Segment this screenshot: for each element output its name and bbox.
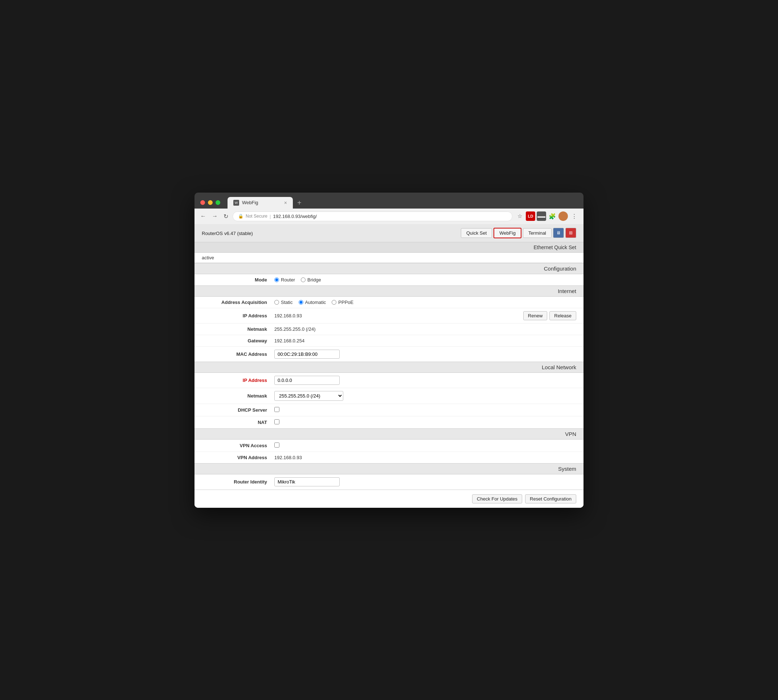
- extension-ld[interactable]: LD: [526, 212, 535, 221]
- close-button[interactable]: [200, 200, 205, 205]
- icon-button-2[interactable]: ⊞: [565, 228, 576, 238]
- nat-checkbox-area: [274, 419, 576, 425]
- system-header: System: [195, 463, 583, 474]
- status-text: active: [202, 255, 214, 260]
- internet-ip-value: 192.168.0.93: [274, 313, 520, 318]
- system-section: System Router Identity Check For Updates…: [195, 463, 583, 508]
- local-ip-input-area: [274, 376, 576, 385]
- automatic-radio[interactable]: [299, 300, 303, 305]
- traffic-lights: [200, 200, 220, 205]
- tab-bar: W WebFig × +: [227, 197, 578, 208]
- internet-ip-value-area: 192.168.0.93 Renew Release: [274, 311, 576, 320]
- pppoe-label[interactable]: PPPoE: [332, 300, 354, 305]
- mode-label: Mode: [202, 277, 274, 283]
- gateway-label: Gateway: [202, 338, 274, 343]
- dhcp-server-checkbox-area: [274, 407, 576, 413]
- address-input[interactable]: 🔒 Not Secure | 192.168.0.93/webfig/: [233, 212, 513, 221]
- router-identity-row: Router Identity: [195, 474, 583, 490]
- local-network-header: Local Network: [195, 362, 583, 373]
- mode-bridge-label[interactable]: Bridge: [301, 277, 321, 283]
- not-secure-label: Not Secure: [245, 213, 267, 219]
- page-section-title: Ethernet Quick Set: [195, 242, 583, 253]
- extensions-button[interactable]: 🧩: [548, 212, 557, 221]
- lock-icon: 🔒: [238, 213, 244, 219]
- tab-title: WebFig: [242, 200, 258, 205]
- local-ip-input[interactable]: [274, 376, 340, 385]
- local-ip-label: IP Address: [202, 378, 274, 383]
- router-identity-input-area: [274, 477, 576, 487]
- ip-action-buttons: Renew Release: [523, 311, 576, 320]
- url-text: 192.168.0.93/webfig/: [273, 213, 317, 219]
- release-button[interactable]: Release: [549, 311, 576, 320]
- refresh-button[interactable]: ↻: [222, 212, 230, 221]
- configuration-section: Configuration Mode Router Bridge: [195, 263, 583, 285]
- mode-bridge-radio[interactable]: [301, 277, 306, 282]
- local-netmask-select[interactable]: 255.255.255.0 (/24) 255.255.0.0 (/16) 25…: [274, 391, 343, 401]
- reset-config-button[interactable]: Reset Configuration: [525, 494, 576, 503]
- icon-button-1[interactable]: 🖥: [553, 228, 564, 238]
- webfig-button[interactable]: WebFig: [494, 228, 521, 238]
- vpn-access-row: VPN Access: [195, 440, 583, 452]
- internet-netmask-value: 255.255.255.0 (/24): [274, 327, 576, 332]
- address-bar: ← → ↻ 🔒 Not Secure | 192.168.0.93/webfig…: [195, 208, 583, 224]
- bottom-buttons: Check For Updates Reset Configuration: [195, 490, 583, 508]
- bookmark-button[interactable]: ☆: [515, 212, 524, 221]
- profile-avatar[interactable]: [558, 212, 568, 221]
- vpn-access-checkbox[interactable]: [274, 442, 279, 448]
- active-tab[interactable]: W WebFig ×: [227, 197, 293, 208]
- internet-ip-label: IP Address: [202, 313, 274, 318]
- local-netmask-label: Netmask: [202, 393, 274, 398]
- quickset-button[interactable]: Quick Set: [461, 228, 492, 238]
- nat-row: NAT: [195, 417, 583, 428]
- router-identity-input[interactable]: [274, 477, 340, 487]
- pppoe-radio[interactable]: [332, 300, 336, 305]
- vpn-access-label: VPN Access: [202, 443, 274, 448]
- mac-address-input-area: [274, 350, 576, 359]
- static-label[interactable]: Static: [274, 300, 293, 305]
- back-button[interactable]: ←: [199, 212, 207, 221]
- status-row: active: [195, 253, 583, 263]
- tab-favicon: W: [233, 200, 239, 206]
- mode-radio-group: Router Bridge: [274, 277, 576, 283]
- nat-label: NAT: [202, 420, 274, 425]
- routeros-title: RouterOS v6.47 (stable): [202, 230, 253, 236]
- renew-button[interactable]: Renew: [523, 311, 547, 320]
- tab-close-button[interactable]: ×: [284, 200, 287, 205]
- minimize-button[interactable]: [208, 200, 213, 205]
- address-actions: ☆ LD ▬▬ 🧩 ⋮: [515, 212, 579, 221]
- check-updates-button[interactable]: Check For Updates: [472, 494, 522, 503]
- internet-header: Internet: [195, 285, 583, 297]
- local-network-section: Local Network IP Address Netmask 255.255…: [195, 362, 583, 428]
- static-radio[interactable]: [274, 300, 279, 305]
- icon-app: ⊞: [569, 230, 573, 235]
- address-acquisition-label: Address Acquisition: [202, 300, 274, 305]
- extension-dark[interactable]: ▬▬: [537, 212, 546, 221]
- gateway-row: Gateway 192.168.0.254: [195, 335, 583, 347]
- more-options-button[interactable]: ⋮: [569, 212, 579, 221]
- configuration-header: Configuration: [195, 263, 583, 274]
- mode-router-radio[interactable]: [274, 277, 279, 282]
- dhcp-server-label: DHCP Server: [202, 407, 274, 413]
- vpn-header: VPN: [195, 428, 583, 440]
- dhcp-server-checkbox[interactable]: [274, 407, 279, 412]
- local-netmask-row: Netmask 255.255.255.0 (/24) 255.255.0.0 …: [195, 388, 583, 404]
- mac-address-row: MAC Address: [195, 347, 583, 362]
- new-tab-button[interactable]: +: [293, 197, 306, 208]
- icon-monitor: 🖥: [556, 230, 561, 235]
- maximize-button[interactable]: [215, 200, 220, 205]
- forward-button[interactable]: →: [210, 212, 219, 221]
- nat-checkbox[interactable]: [274, 419, 279, 424]
- internet-netmask-label: Netmask: [202, 327, 274, 332]
- automatic-label[interactable]: Automatic: [299, 300, 326, 305]
- mac-address-input[interactable]: [274, 350, 340, 359]
- internet-section: Internet Address Acquisition Static Auto…: [195, 285, 583, 362]
- vpn-section: VPN VPN Access VPN Address 192.168.0.93: [195, 428, 583, 463]
- mac-address-label: MAC Address: [202, 352, 274, 357]
- dhcp-server-row: DHCP Server: [195, 404, 583, 417]
- gateway-value: 192.168.0.254: [274, 338, 576, 343]
- title-bar: W WebFig × +: [195, 193, 583, 208]
- browser-window: W WebFig × + ← → ↻ 🔒 Not Secure | 192.16…: [195, 193, 583, 508]
- page-content: RouterOS v6.47 (stable) Quick Set WebFig…: [195, 224, 583, 508]
- terminal-button[interactable]: Terminal: [523, 228, 552, 238]
- mode-router-label[interactable]: Router: [274, 277, 295, 283]
